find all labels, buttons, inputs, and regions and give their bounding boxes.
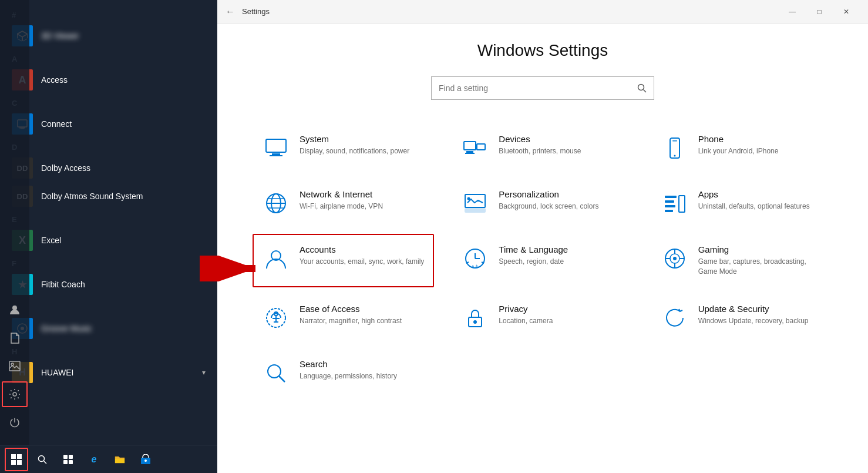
profile-button[interactable] [2, 297, 28, 323]
settings-item-devices[interactable]: Devices Bluetooth, printers, mouse [452, 123, 633, 173]
back-button[interactable]: ← [226, 6, 235, 17]
app-huawei[interactable]: H HUAWEI ▾ [0, 358, 217, 387]
network-icon [262, 189, 290, 217]
settings-item-ease[interactable]: Ease of Access Narrator, magnifier, high… [253, 293, 434, 343]
settings-item-personalization[interactable]: Personalization Background, lock screen,… [452, 179, 633, 228]
svg-rect-40 [465, 194, 485, 207]
svg-rect-46 [665, 210, 673, 212]
settings-item-privacy[interactable]: Privacy Location, camera [452, 293, 633, 343]
personalization-icon [461, 189, 489, 217]
svg-point-16 [144, 459, 147, 462]
svg-rect-13 [69, 460, 73, 464]
time-desc: Speech, region, date [499, 257, 568, 267]
accounts-title: Accounts [300, 244, 424, 254]
documents-button[interactable] [2, 325, 28, 351]
app-groove[interactable]: Groove Music [0, 314, 217, 343]
start-menu: # 3D Viewer A A Access C Connect [0, 0, 217, 473]
svg-rect-25 [266, 139, 286, 152]
svg-rect-45 [665, 205, 675, 207]
settings-window: ← Settings — □ ✕ Windows Settings [217, 0, 868, 473]
svg-point-66 [473, 320, 477, 324]
phone-desc: Link your Android, iPhone [698, 146, 779, 156]
minimize-button[interactable]: — [779, 2, 806, 21]
settings-item-apps[interactable]: Apps Uninstall, defaults, optional featu… [651, 179, 833, 228]
phone-icon [661, 134, 689, 162]
svg-rect-31 [465, 153, 475, 154]
app-excel[interactable]: X Excel [0, 226, 217, 254]
svg-point-17 [12, 306, 17, 310]
personalization-desc: Background, lock screen, colors [499, 202, 598, 212]
app-name-dolby-atmos: Dolby Atmos Sound System [41, 192, 143, 201]
settings-item-search[interactable]: Search Language, permissions, history [253, 348, 434, 398]
svg-rect-47 [679, 196, 685, 212]
app-name-3d: 3D Viewer [41, 31, 79, 41]
settings-item-network[interactable]: Network & Internet Wi-Fi, airplane mode,… [253, 179, 434, 228]
gaming-desc: Game bar, captures, broadcasting, Game M… [698, 257, 823, 277]
app-name-huawei: HUAWEI [41, 368, 73, 377]
app-3d-viewer[interactable]: 3D Viewer [0, 22, 217, 50]
svg-rect-30 [466, 151, 473, 153]
svg-rect-4 [11, 454, 16, 459]
close-button[interactable]: ✕ [833, 2, 860, 21]
system-icon [262, 134, 290, 162]
settings-item-time[interactable]: A あ Time & Language Speech, region, date [452, 234, 633, 287]
power-button[interactable] [2, 410, 28, 435]
sidebar-icons [0, 0, 29, 445]
app-connect[interactable]: Connect [0, 110, 217, 138]
settings-item-phone[interactable]: Phone Link your Android, iPhone [651, 123, 833, 173]
settings-button[interactable] [2, 381, 28, 407]
time-title: Time & Language [499, 244, 568, 254]
app-name-excel: Excel [41, 236, 61, 245]
network-title: Network & Internet [300, 189, 383, 199]
svg-line-9 [44, 461, 47, 464]
section-f: F [0, 254, 217, 270]
section-a: A [0, 50, 217, 66]
settings-item-accounts[interactable]: Accounts Your accounts, email, sync, wor… [253, 234, 434, 287]
photos-button[interactable] [2, 353, 28, 379]
app-name-dolby-access: Dolby Access [41, 163, 90, 173]
task-view-button[interactable] [56, 448, 80, 471]
svg-rect-11 [69, 455, 73, 459]
taskbar: e [0, 445, 217, 473]
maximize-button[interactable]: □ [806, 2, 833, 21]
apps-icon [661, 189, 689, 217]
app-dolby-access[interactable]: DD Dolby Access [0, 154, 217, 182]
settings-grid: System Display, sound, notifications, po… [253, 123, 833, 398]
svg-point-23 [638, 85, 644, 90]
explorer-button[interactable] [108, 448, 132, 471]
search-input[interactable] [439, 83, 637, 93]
app-fitbit[interactable]: ★ Fitbit Coach [0, 270, 217, 298]
svg-rect-7 [17, 460, 22, 465]
ease-icon [262, 304, 290, 332]
privacy-desc: Location, camera [499, 316, 553, 326]
store-button[interactable] [134, 448, 157, 471]
svg-rect-26 [272, 153, 280, 155]
settings-item-gaming[interactable]: Gaming Game bar, captures, broadcasting,… [651, 234, 833, 287]
search-taskbar-button[interactable] [31, 448, 54, 471]
svg-rect-29 [477, 144, 485, 150]
gaming-icon [661, 244, 689, 273]
ease-title: Ease of Access [300, 304, 402, 314]
system-desc: Display, sound, notifications, power [300, 146, 409, 156]
ease-desc: Narrator, magnifier, high contrast [300, 316, 402, 326]
red-arrow [200, 256, 264, 281]
apps-desc: Uninstall, defaults, optional features [698, 202, 810, 212]
svg-text:A あ: A あ [472, 264, 479, 269]
accounts-icon [262, 244, 290, 273]
app-name-groove: Groove Music [41, 324, 92, 333]
app-access[interactable]: A Access [0, 66, 217, 94]
svg-point-67 [268, 365, 281, 378]
svg-point-8 [39, 455, 45, 461]
personalization-title: Personalization [499, 189, 598, 199]
devices-title: Devices [499, 134, 581, 144]
section-hash: # [0, 6, 217, 22]
settings-item-update[interactable]: Update & Security Windows Update, recove… [651, 293, 833, 343]
svg-rect-6 [11, 460, 16, 465]
settings-item-system[interactable]: System Display, sound, notifications, po… [253, 123, 434, 173]
window-title: Settings [242, 7, 779, 16]
app-name-connect: Connect [41, 119, 72, 129]
section-g: G [0, 298, 217, 314]
start-button[interactable] [5, 448, 28, 471]
edge-button[interactable]: e [82, 448, 106, 471]
app-dolby-atmos[interactable]: DD Dolby Atmos Sound System [0, 182, 217, 210]
